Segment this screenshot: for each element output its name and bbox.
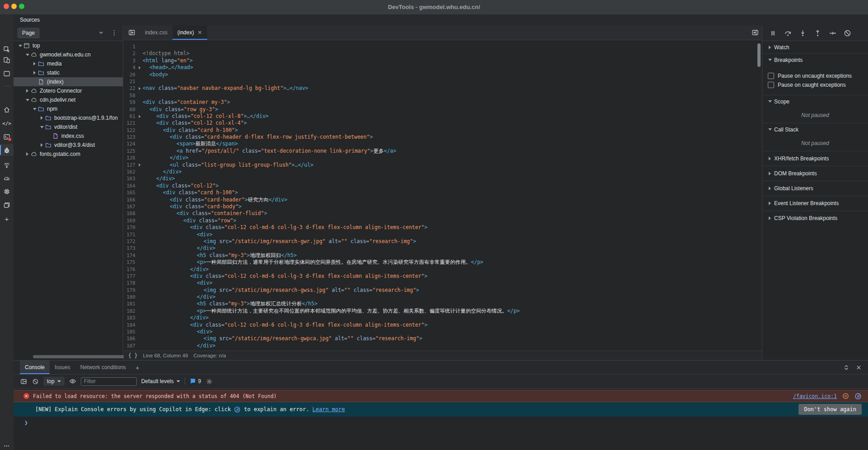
checkbox[interactable]: [768, 73, 774, 79]
section-header[interactable]: Breakpoints: [762, 54, 868, 66]
section-header[interactable]: Scope: [762, 95, 868, 108]
tree-item-gwmodel-whu-edu-cn[interactable]: gwmodel.whu.edu.cn: [14, 50, 123, 59]
tree-item-vditor-3-9-4-dist[interactable]: vditor@3.9.4/dist: [14, 141, 123, 150]
step-into-icon[interactable]: [798, 29, 807, 37]
fold-arrow-icon[interactable]: [137, 64, 143, 71]
console-settings-icon[interactable]: [205, 378, 213, 385]
pretty-print-button[interactable]: { }: [128, 352, 138, 359]
expander-closed-icon[interactable]: [24, 89, 30, 93]
code-text: <nav class="navbar navbar-expand-lg bg-l…: [143, 85, 762, 92]
expand-quick-view-icon[interactable]: [843, 364, 849, 370]
deactivate-breakpoints-icon[interactable]: [843, 29, 851, 37]
elements-icon[interactable]: </>: [0, 117, 14, 129]
step-out-icon[interactable]: [813, 29, 822, 37]
tree-item-zotero-connector[interactable]: Zotero Connector: [14, 86, 123, 95]
expander-closed-icon[interactable]: [32, 71, 37, 75]
close-drawer-icon[interactable]: [856, 365, 862, 370]
console-filter-input[interactable]: [81, 377, 137, 386]
code-text: <html lang="en">: [143, 57, 762, 64]
expander-closed-icon[interactable]: [39, 143, 45, 147]
expander-open-icon[interactable]: [24, 99, 30, 101]
expander-open-icon[interactable]: [24, 54, 30, 56]
console-prompt[interactable]: ❯: [14, 417, 868, 428]
section-xhr-fetch-breakpoints: XHR/fetch Breakpoints: [762, 151, 868, 166]
add-drawer-tab-icon[interactable]: +: [135, 364, 139, 371]
dont-show-again-button[interactable]: Don't show again: [798, 404, 862, 415]
tree-item-npm[interactable]: npm: [14, 104, 123, 113]
expander-open-icon[interactable]: [32, 108, 37, 110]
more-options-icon[interactable]: ⋮: [111, 28, 117, 37]
section-header[interactable]: Global Listeners: [762, 181, 868, 196]
tree-item-fonts-gstatic-com[interactable]: fonts.gstatic.com: [14, 150, 123, 159]
expander-closed-icon[interactable]: [24, 152, 30, 156]
expander-open-icon[interactable]: [39, 126, 45, 128]
section-header[interactable]: Watch: [762, 41, 868, 53]
editor-tab-index-css[interactable]: index.css: [140, 25, 172, 40]
tree-item-media[interactable]: media: [14, 59, 123, 68]
network-icon[interactable]: [0, 159, 14, 171]
tree-item-cdn-jsdelivr-net[interactable]: cdn.jsdelivr.net: [14, 95, 123, 104]
console-error-message[interactable]: ✕ Failed to load resource: the server re…: [14, 390, 868, 402]
toggle-debugger-sidebar-icon[interactable]: [751, 28, 759, 37]
section-header[interactable]: CSP Violation Breakpoints: [762, 211, 868, 225]
drawer-tab-console[interactable]: Console: [20, 361, 50, 374]
performance-icon[interactable]: [0, 172, 14, 184]
step-icon[interactable]: [828, 29, 836, 37]
live-expression-icon[interactable]: [69, 378, 76, 385]
section-header[interactable]: Event Listener Breakpoints: [762, 196, 868, 211]
window-icon[interactable]: [0, 68, 14, 80]
more-tabs-chevron-icon[interactable]: [98, 30, 104, 35]
tab-sources[interactable]: Sources: [20, 14, 40, 25]
code-text: <div class="col-12 col-xl-4">: [143, 120, 762, 127]
code-editor[interactable]: 12<!doctype html>3<html lang="en">4<head…: [124, 40, 762, 351]
add-icon[interactable]: +: [0, 213, 14, 225]
expander-open-icon[interactable]: [17, 45, 23, 47]
message-count[interactable]: 9: [190, 378, 201, 384]
inspect-icon[interactable]: [0, 43, 14, 55]
tree-item-top[interactable]: top: [14, 41, 123, 50]
checkbox-pause-on-caught-exceptions[interactable]: Pause on caught exceptions: [762, 80, 868, 89]
horizontal-scrollbar[interactable]: [33, 355, 126, 358]
device-emulation-icon[interactable]: [0, 54, 14, 66]
error-source-link[interactable]: /favicon.ico:1: [793, 393, 837, 399]
tree-item--index-[interactable]: (index): [14, 77, 123, 86]
learn-more-link[interactable]: Learn more: [312, 406, 345, 412]
more-icon[interactable]: …: [0, 438, 14, 450]
spacer: [137, 252, 143, 259]
tree-item-bootstrap-icons-1-9-1-fon[interactable]: bootstrap-icons@1.9.1/fon: [14, 113, 123, 122]
console-sidebar-icon[interactable]: [20, 378, 27, 385]
tab-page[interactable]: Page: [17, 28, 40, 38]
console-icon[interactable]: [0, 131, 14, 143]
tree-item-vditor-dist[interactable]: vditor/dist: [14, 122, 123, 131]
section-header[interactable]: Call Stack: [762, 123, 868, 136]
explain-error-icon[interactable]: [842, 393, 849, 399]
expander-closed-icon[interactable]: [39, 116, 45, 120]
memory-icon[interactable]: [0, 186, 14, 197]
clear-console-icon[interactable]: [32, 378, 39, 385]
drawer-tab-issues[interactable]: Issues: [50, 361, 75, 374]
step-over-icon[interactable]: [784, 29, 792, 37]
section-header[interactable]: XHR/fetch Breakpoints: [762, 151, 868, 166]
copilot-icon[interactable]: [854, 393, 862, 400]
vertical-scrollbar[interactable]: [757, 43, 761, 67]
application-icon[interactable]: [0, 199, 14, 211]
fold-arrow-icon[interactable]: [137, 113, 143, 120]
drawer-tab-network-conditions[interactable]: Network conditions: [75, 361, 131, 374]
javascript-context-dropdown[interactable]: top: [43, 377, 65, 386]
code-text: <div class="card-header">研究方向</div>: [143, 197, 762, 203]
pause-icon[interactable]: [769, 29, 777, 37]
tree-item-static[interactable]: static: [14, 68, 123, 77]
editor-tab--index-[interactable]: (index)✕: [172, 25, 207, 40]
log-levels-dropdown[interactable]: Default levels: [141, 378, 180, 384]
expander-closed-icon[interactable]: [32, 62, 37, 66]
home-icon[interactable]: [0, 104, 14, 116]
checkbox-pause-on-uncaught-exceptions[interactable]: Pause on uncaught exceptions: [762, 71, 868, 80]
checkbox[interactable]: [768, 82, 774, 88]
fold-arrow-icon[interactable]: [137, 85, 143, 92]
sources-icon[interactable]: [0, 144, 14, 156]
tree-item-index-css[interactable]: index.css: [14, 131, 123, 141]
toggle-navigator-icon[interactable]: [128, 28, 136, 37]
fold-arrow-icon[interactable]: [137, 162, 143, 169]
section-header[interactable]: DOM Breakpoints: [762, 166, 868, 181]
close-tab-icon[interactable]: ✕: [198, 30, 202, 35]
